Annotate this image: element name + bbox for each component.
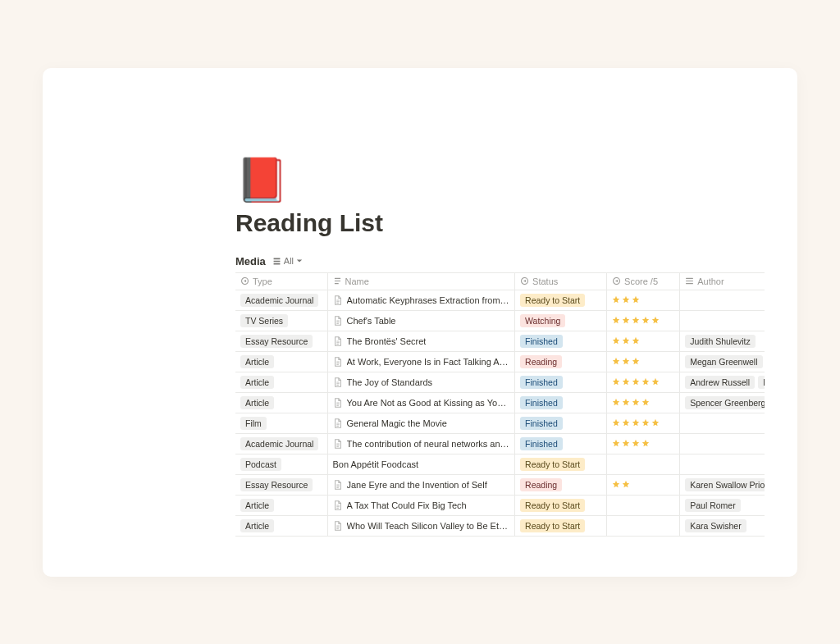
cell-score[interactable] — [607, 516, 680, 537]
cell-status[interactable]: Finished — [515, 393, 607, 413]
cell-name[interactable]: A Tax That Could Fix Big Tech — [327, 496, 515, 516]
table-row[interactable]: ArticleWho Will Teach Silicon Valley to … — [235, 516, 765, 537]
cell-author[interactable] — [680, 434, 765, 454]
cell-status[interactable]: Watching — [515, 311, 607, 331]
cell-author[interactable]: Judith Shulevitz — [680, 331, 765, 352]
cell-status[interactable]: Finished — [515, 372, 607, 393]
status-tag: Ready to Start — [520, 499, 585, 512]
cell-author[interactable] — [680, 454, 765, 475]
cell-name[interactable]: General Magic the Movie — [327, 413, 515, 434]
cell-status[interactable]: Reading — [515, 475, 607, 496]
cell-status[interactable]: Reading — [515, 352, 607, 372]
page-title[interactable]: Reading List — [235, 209, 765, 237]
cell-type[interactable]: Film — [235, 413, 327, 434]
column-header-label: Status — [532, 276, 558, 286]
cell-score[interactable] — [607, 434, 680, 454]
page-icon[interactable]: 📕 — [235, 158, 765, 201]
row-title: At Work, Everyone Is in Fact Talking Abo… — [347, 357, 510, 367]
table-row[interactable]: ArticleYou Are Not as Good at Kissing as… — [235, 393, 765, 413]
cell-score[interactable] — [607, 331, 680, 352]
cell-author[interactable]: Megan Greenwell — [680, 352, 765, 372]
cell-name[interactable]: At Work, Everyone Is in Fact Talking Abo… — [327, 352, 515, 372]
cell-name[interactable]: The contribution of neural networks and … — [327, 434, 515, 454]
cell-author[interactable]: Paul Romer — [680, 496, 765, 516]
table-row[interactable]: ArticleThe Joy of StandardsFinishedAndre… — [235, 372, 765, 393]
table-row[interactable]: TV SeriesChef's TableWatchingNetflix — [235, 311, 765, 331]
cell-name[interactable]: Jane Eyre and the Invention of Self — [327, 475, 515, 496]
column-header-author[interactable]: Author — [680, 273, 765, 290]
table-row[interactable]: Academic JournalThe contribution of neur… — [235, 434, 765, 454]
cell-score[interactable] — [607, 475, 680, 496]
cell-name[interactable]: The Joy of Standards — [327, 372, 515, 393]
cell-type[interactable]: Academic Journal — [235, 290, 327, 311]
cell-score[interactable] — [607, 393, 680, 413]
cell-status[interactable]: Ready to Start — [515, 496, 607, 516]
author-tag: Spencer Greenberg — [685, 396, 765, 409]
database-title[interactable]: Media — [235, 255, 266, 267]
table-row[interactable]: PodcastBon Appétit FoodcastReady to Star… — [235, 454, 765, 475]
view-switcher[interactable]: All — [272, 256, 303, 266]
cell-type[interactable]: Essay Resource — [235, 331, 327, 352]
cell-name[interactable]: Who Will Teach Silicon Valley to Be Ethi… — [327, 516, 515, 537]
cell-name[interactable]: Chef's Table — [327, 311, 515, 331]
cell-status[interactable]: Ready to Start — [515, 290, 607, 311]
status-tag: Ready to Start — [520, 519, 585, 532]
type-tag: Article — [240, 355, 274, 368]
cell-score[interactable] — [607, 496, 680, 516]
column-header-status[interactable]: Status — [515, 273, 607, 290]
cell-type[interactable]: Article — [235, 372, 327, 393]
column-header-name[interactable]: Name — [327, 273, 515, 290]
table-row[interactable]: FilmGeneral Magic the MovieFinishedIndie — [235, 413, 765, 434]
column-header-score[interactable]: Score /5 — [607, 273, 680, 290]
cell-status[interactable]: Finished — [515, 413, 607, 434]
column-header-type[interactable]: Type — [235, 273, 327, 290]
row-title: The Brontës' Secret — [347, 336, 427, 346]
cell-type[interactable]: Article — [235, 393, 327, 413]
cell-status[interactable]: Finished — [515, 434, 607, 454]
score-stars — [612, 418, 660, 427]
cell-type[interactable]: Article — [235, 496, 327, 516]
cell-author[interactable] — [680, 290, 765, 311]
cell-author[interactable]: Kara Swisher — [680, 516, 765, 537]
row-title: Automatic Keyphrases Extraction from Doc… — [347, 295, 510, 305]
cell-status[interactable]: Ready to Start — [515, 454, 607, 475]
cell-name[interactable]: The Brontës' Secret — [327, 331, 515, 352]
cell-author[interactable]: Spencer Greenberg — [680, 393, 765, 413]
cell-score[interactable] — [607, 290, 680, 311]
cell-score[interactable] — [607, 454, 680, 475]
cell-status[interactable]: Ready to Start — [515, 516, 607, 537]
cell-name[interactable]: Automatic Keyphrases Extraction from Doc… — [327, 290, 515, 311]
table-row[interactable]: Essay ResourceJane Eyre and the Inventio… — [235, 475, 765, 496]
author-tag: Andrew Russell — [685, 376, 755, 389]
cell-type[interactable]: TV Series — [235, 311, 327, 331]
cell-score[interactable] — [607, 352, 680, 372]
cell-type[interactable]: Academic Journal — [235, 434, 327, 454]
row-title: Who Will Teach Silicon Valley to Be Ethi… — [347, 521, 510, 531]
table-row[interactable]: ArticleA Tax That Could Fix Big TechRead… — [235, 496, 765, 516]
cell-name[interactable]: Bon Appétit Foodcast — [327, 454, 515, 475]
cell-author[interactable]: Karen Swallow Prior — [680, 475, 765, 496]
type-tag: Essay Resource — [240, 335, 313, 348]
cell-author[interactable] — [680, 413, 765, 434]
table-row[interactable]: Academic JournalAutomatic Keyphrases Ext… — [235, 290, 765, 311]
cell-author[interactable] — [680, 311, 765, 331]
cell-type[interactable]: Article — [235, 516, 327, 537]
cell-author[interactable]: Andrew RussellLee Vinsel — [680, 372, 765, 393]
table-row[interactable]: ArticleAt Work, Everyone Is in Fact Talk… — [235, 352, 765, 372]
cell-score[interactable] — [607, 311, 680, 331]
cell-score[interactable] — [607, 372, 680, 393]
cell-type[interactable]: Essay Resource — [235, 475, 327, 496]
type-tag: Essay Resource — [240, 478, 313, 491]
score-stars — [612, 480, 630, 488]
cell-type[interactable]: Article — [235, 352, 327, 372]
author-tag: Karen Swallow Prior — [685, 478, 765, 491]
cell-score[interactable] — [607, 413, 680, 434]
cell-name[interactable]: You Are Not as Good at Kissing as You Th… — [327, 393, 515, 413]
cell-type[interactable]: Podcast — [235, 454, 327, 475]
cell-status[interactable]: Finished — [515, 331, 607, 352]
type-tag: Academic Journal — [240, 437, 318, 450]
page-icon — [333, 500, 343, 510]
status-tag: Finished — [520, 335, 563, 348]
table-row[interactable]: Essay ResourceThe Brontës' SecretFinishe… — [235, 331, 765, 352]
column-header-label: Author — [697, 276, 724, 286]
